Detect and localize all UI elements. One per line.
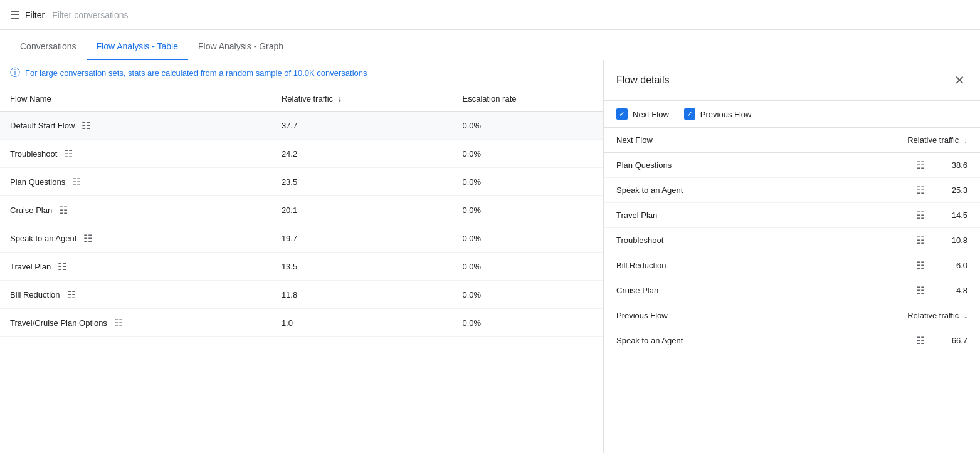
col-header-relative-traffic[interactable]: Relative traffic ↓ xyxy=(271,86,453,112)
escalation-rate-cell: 0.0% xyxy=(452,168,603,196)
flow-name-text: Bill Reduction xyxy=(10,290,60,299)
next-flow-icon: ☷ xyxy=(916,234,925,246)
next-flow-row[interactable]: Cruise Plan ☷ 4.8 xyxy=(604,278,980,303)
next-flow-row[interactable]: Troubleshoot ☷ 10.8 xyxy=(604,228,980,253)
flow-name-cell: Travel Plan ☷ xyxy=(0,253,271,281)
previous-flow-row[interactable]: Speak to an Agent ☷ 66.7 xyxy=(604,328,980,353)
checkbox-previous-flow-check: ✓ xyxy=(687,110,693,118)
info-icon: ⓘ xyxy=(10,66,20,80)
checkbox-previous-flow[interactable]: ✓ Previous Flow xyxy=(684,108,752,120)
main-layout: ⓘ For large conversation sets, stats are… xyxy=(0,60,980,453)
flow-name-text: Default Start Flow xyxy=(10,121,75,130)
flow-name-cell: Plan Questions ☷ xyxy=(0,168,271,196)
col-header-flow-name: Flow Name xyxy=(0,86,271,112)
next-flow-row[interactable]: Speak to an Agent ☷ 25.3 xyxy=(604,178,980,203)
tab-flow-analysis-table[interactable]: Flow Analysis - Table xyxy=(87,34,188,60)
table-row[interactable]: Cruise Plan ☷ 20.1 0.0% xyxy=(0,196,603,224)
table-row[interactable]: Travel Plan ☷ 13.5 0.0% xyxy=(0,253,603,281)
next-flow-value: 6.0 xyxy=(930,261,967,270)
next-flow-header-name: Next Flow xyxy=(616,135,653,145)
next-flow-icon: ☷ xyxy=(916,184,925,196)
checkbox-next-flow-label: Next Flow xyxy=(633,110,669,119)
relative-traffic-cell: 1.0 xyxy=(271,309,453,337)
flow-sections: Next Flow Relative traffic ↓ Plan Questi… xyxy=(604,128,980,453)
flow-name-cell: Default Start Flow ☷ xyxy=(0,112,271,140)
flow-table-icon: ☷ xyxy=(82,232,94,244)
table-row[interactable]: Speak to an Agent ☷ 19.7 0.0% xyxy=(0,224,603,253)
filter-icon: ☰ xyxy=(10,8,20,22)
next-flow-name: Plan Questions xyxy=(616,160,911,170)
next-flow-name: Travel Plan xyxy=(616,211,911,220)
escalation-rate-cell: 0.0% xyxy=(452,309,603,337)
next-flow-header-traffic: Relative traffic ↓ xyxy=(907,135,967,145)
relative-traffic-cell: 19.7 xyxy=(271,224,453,253)
flow-details-header: Flow details ✕ xyxy=(604,60,980,101)
next-flow-name: Speak to an Agent xyxy=(616,185,911,195)
table-row[interactable]: Default Start Flow ☷ 37.7 0.0% xyxy=(0,112,603,140)
table-header-row: Flow Name Relative traffic ↓ Escalation … xyxy=(0,86,603,112)
next-flow-row[interactable]: Bill Reduction ☷ 6.0 xyxy=(604,253,980,278)
relative-traffic-cell: 13.5 xyxy=(271,253,453,281)
escalation-rate-cell: 0.0% xyxy=(452,281,603,309)
tab-flow-analysis-graph[interactable]: Flow Analysis - Graph xyxy=(188,34,293,60)
close-button[interactable]: ✕ xyxy=(952,70,967,90)
next-flow-rows: Plan Questions ☷ 38.6 Speak to an Agent … xyxy=(604,153,980,303)
flow-name-cell: Bill Reduction ☷ xyxy=(0,281,271,309)
flow-table-icon: ☷ xyxy=(57,204,70,216)
table-row[interactable]: Plan Questions ☷ 23.5 0.0% xyxy=(0,168,603,196)
checkbox-previous-flow-box: ✓ xyxy=(684,108,695,120)
sort-icon-relative: ↓ xyxy=(338,95,342,103)
flow-name-text: Troubleshoot xyxy=(10,149,57,159)
tabs-bar: Conversations Flow Analysis - Table Flow… xyxy=(0,30,980,60)
relative-traffic-cell: 11.8 xyxy=(271,281,453,309)
checkbox-row: ✓ Next Flow ✓ Previous Flow xyxy=(604,101,980,128)
next-flow-section-header: Next Flow Relative traffic ↓ xyxy=(604,128,980,153)
escalation-rate-cell: 0.0% xyxy=(452,224,603,253)
previous-flow-rows: Speak to an Agent ☷ 66.7 xyxy=(604,328,980,353)
escalation-rate-cell: 0.0% xyxy=(452,140,603,168)
previous-flow-header-traffic: Relative traffic ↓ xyxy=(907,311,967,320)
relative-traffic-cell: 24.2 xyxy=(271,140,453,168)
flow-table-icon: ☷ xyxy=(112,316,125,329)
escalation-rate-cell: 0.0% xyxy=(452,253,603,281)
next-flow-value: 14.5 xyxy=(930,211,967,220)
flow-table: Flow Name Relative traffic ↓ Escalation … xyxy=(0,86,603,337)
flow-name-text: Speak to an Agent xyxy=(10,234,76,243)
flow-table-icon: ☷ xyxy=(70,175,83,188)
next-flow-row[interactable]: Plan Questions ☷ 38.6 xyxy=(604,153,980,178)
info-banner: ⓘ For large conversation sets, stats are… xyxy=(0,60,603,86)
right-panel: Flow details ✕ ✓ Next Flow ✓ Previous Fl… xyxy=(604,60,980,453)
next-flow-value: 25.3 xyxy=(930,185,967,195)
flow-table-icon: ☷ xyxy=(80,119,92,132)
next-flow-icon: ☷ xyxy=(916,159,925,171)
filter-placeholder: Filter conversations xyxy=(52,10,128,20)
relative-traffic-cell: 20.1 xyxy=(271,196,453,224)
next-flow-value: 38.6 xyxy=(930,160,967,170)
checkbox-next-flow[interactable]: ✓ Next Flow xyxy=(616,108,669,120)
relative-traffic-cell: 23.5 xyxy=(271,168,453,196)
table-row[interactable]: Travel/Cruise Plan Options ☷ 1.0 0.0% xyxy=(0,309,603,337)
filter-label: Filter xyxy=(25,10,45,20)
flow-name-text: Cruise Plan xyxy=(10,206,52,215)
next-flow-icon: ☷ xyxy=(916,209,925,221)
relative-traffic-cell: 37.7 xyxy=(271,112,453,140)
left-panel: ⓘ For large conversation sets, stats are… xyxy=(0,60,604,453)
sort-icon-previous-flow: ↓ xyxy=(964,311,967,320)
tab-conversations[interactable]: Conversations xyxy=(10,34,87,60)
flow-name-cell: Troubleshoot ☷ xyxy=(0,140,271,168)
next-flow-value: 4.8 xyxy=(930,286,967,295)
flow-table-icon: ☷ xyxy=(56,260,68,273)
col-header-escalation-rate: Escalation rate xyxy=(452,86,603,112)
next-flow-name: Troubleshoot xyxy=(616,236,911,245)
table-row[interactable]: Bill Reduction ☷ 11.8 0.0% xyxy=(0,281,603,309)
next-flow-icon: ☷ xyxy=(916,284,925,296)
table-row[interactable]: Troubleshoot ☷ 24.2 0.0% xyxy=(0,140,603,168)
checkbox-next-flow-check: ✓ xyxy=(619,110,625,118)
next-flow-value: 10.8 xyxy=(930,236,967,245)
previous-flow-name: Speak to an Agent xyxy=(616,336,911,345)
next-flow-name: Bill Reduction xyxy=(616,261,911,270)
flow-name-cell: Cruise Plan ☷ xyxy=(0,196,271,224)
next-flow-row[interactable]: Travel Plan ☷ 14.5 xyxy=(604,203,980,228)
flow-name-text: Travel Plan xyxy=(10,262,51,271)
checkbox-next-flow-box: ✓ xyxy=(616,108,628,120)
